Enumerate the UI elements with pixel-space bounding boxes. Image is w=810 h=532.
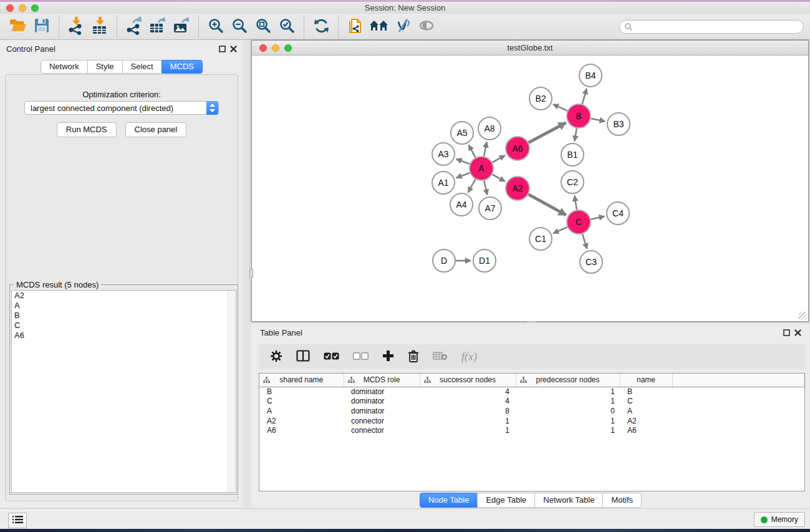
graph-edge-A2-C[interactable]: [529, 195, 566, 215]
export-network-button[interactable]: [122, 16, 146, 38]
table-cell[interactable]: C: [620, 397, 672, 407]
tab-select[interactable]: Select: [122, 60, 162, 74]
graph-edge-C-C1[interactable]: [553, 227, 567, 233]
table-cell[interactable]: A: [620, 406, 672, 416]
graph-node-D1[interactable]: D1: [473, 249, 496, 272]
tab-network-table[interactable]: Network Table: [534, 493, 603, 508]
graph-node-A1[interactable]: A1: [432, 172, 455, 194]
table-cell[interactable]: connector: [344, 425, 420, 435]
mcds-result-item[interactable]: A2: [12, 291, 236, 301]
tab-edge-table[interactable]: Edge Table: [477, 493, 535, 508]
import-table-button[interactable]: [88, 16, 112, 38]
graph-node-B2[interactable]: B2: [529, 87, 552, 110]
graph-node-B[interactable]: B: [567, 104, 591, 128]
column-header-shared-name[interactable]: shared name: [259, 374, 344, 387]
table-cell[interactable]: 1: [516, 425, 620, 435]
delete-table-button[interactable]: [433, 351, 448, 363]
table-row[interactable]: Cdominator41C: [259, 397, 804, 407]
graph-node-D[interactable]: D: [433, 249, 455, 272]
graph-node-A6[interactable]: A6: [506, 137, 529, 160]
table-cell[interactable]: A2: [620, 416, 672, 426]
graph-node-B3[interactable]: B3: [607, 113, 630, 135]
graph-edge-B-B3[interactable]: [591, 118, 605, 122]
zoom-fit-button[interactable]: [251, 16, 275, 38]
zoom-out-button[interactable]: [228, 16, 251, 38]
memory-button[interactable]: Memory: [754, 512, 805, 527]
run-mcds-button[interactable]: Run MCDS: [57, 122, 117, 137]
export-image-button[interactable]: [170, 16, 193, 38]
search-input[interactable]: [619, 20, 804, 34]
graph-node-C4[interactable]: C4: [607, 202, 629, 225]
graph-node-B1[interactable]: B1: [561, 143, 584, 166]
mcds-result-item[interactable]: A6: [12, 331, 236, 341]
float-table-panel-icon[interactable]: [783, 329, 790, 336]
graph-edge-A-A6[interactable]: [493, 155, 505, 162]
graph-node-C3[interactable]: C3: [580, 251, 602, 273]
table-cell[interactable]: A6: [620, 425, 672, 435]
zoom-selected-button[interactable]: [275, 16, 299, 38]
table-cell[interactable]: A6: [259, 425, 344, 435]
add-column-button[interactable]: [382, 350, 394, 364]
network-window-titlebar[interactable]: testGlobe.txt: [252, 41, 808, 56]
graph-node-A5[interactable]: A5: [451, 122, 473, 144]
graph-node-A[interactable]: A: [470, 157, 493, 180]
table-cell[interactable]: dominator: [344, 397, 420, 407]
graph-edge-A6-B[interactable]: [529, 123, 566, 143]
result-scrollbar[interactable]: [228, 291, 236, 492]
save-session-button[interactable]: [30, 16, 54, 38]
table-cell[interactable]: 1: [420, 416, 516, 426]
function-builder-button[interactable]: f(x): [461, 351, 477, 364]
import-network-button[interactable]: [64, 16, 88, 38]
graph-edge-A-A7[interactable]: [484, 181, 487, 195]
close-panel-button[interactable]: Close panel: [125, 122, 187, 137]
graph-edge-C-C3[interactable]: [582, 234, 587, 249]
graph-node-C2[interactable]: C2: [561, 171, 584, 193]
toggle-graphics-details-button[interactable]: [391, 16, 415, 38]
graph-edge-A-A2[interactable]: [493, 175, 505, 181]
graph-node-A8[interactable]: A8: [478, 117, 501, 140]
deselect-all-button[interactable]: [353, 352, 369, 362]
graph-node-C1[interactable]: C1: [529, 228, 552, 250]
criterion-select[interactable]: largest connected component (directed): [24, 101, 219, 115]
table-cell[interactable]: 1: [516, 416, 620, 426]
close-table-panel-icon[interactable]: [794, 329, 801, 336]
float-panel-icon[interactable]: [219, 46, 226, 52]
tab-style[interactable]: Style: [87, 60, 123, 74]
graph-node-A7[interactable]: A7: [479, 197, 501, 220]
table-cell[interactable]: 1: [420, 425, 516, 435]
graph-node-A4[interactable]: A4: [450, 193, 473, 216]
mcds-result-item[interactable]: B: [12, 311, 236, 321]
table-cell[interactable]: 0: [516, 406, 620, 416]
table-cell[interactable]: dominator: [344, 406, 420, 416]
settings-button[interactable]: [270, 350, 282, 364]
column-header-mcds-role[interactable]: MCDS role: [344, 374, 420, 387]
graph-edge-A-A8[interactable]: [484, 142, 487, 157]
network-canvas[interactable]: B4B2BB3A5A8A6A3B1AA1C2A2A4A7C4CC1DD1C3: [252, 56, 808, 321]
splitter-grip[interactable]: [249, 269, 253, 278]
table-cell[interactable]: 1: [516, 387, 620, 397]
graph-node-A2[interactable]: A2: [506, 177, 529, 200]
mcds-result-item[interactable]: C: [12, 321, 236, 331]
column-header-predecessor-nodes[interactable]: predecessor nodes: [516, 374, 620, 387]
select-all-button[interactable]: [324, 352, 339, 362]
open-file-button[interactable]: [6, 16, 30, 38]
graph-edge-C-C4[interactable]: [591, 216, 605, 220]
graph-node-C[interactable]: C: [567, 210, 591, 234]
mcds-result-item[interactable]: A: [12, 301, 236, 311]
tab-motifs[interactable]: Motifs: [602, 493, 642, 508]
table-row[interactable]: Adominator80A: [259, 406, 804, 416]
tab-node-table[interactable]: Node Table: [420, 493, 478, 508]
table-cell[interactable]: C: [259, 397, 344, 407]
table-cell[interactable]: A: [259, 406, 344, 416]
table-row[interactable]: A2connector11A2: [259, 416, 804, 426]
delete-column-button[interactable]: [408, 350, 419, 364]
graph-edge-A-A3[interactable]: [456, 159, 470, 164]
table-cell[interactable]: A2: [259, 416, 344, 426]
graph-edge-C-C2[interactable]: [574, 196, 577, 210]
graph-edge-B-B1[interactable]: [575, 128, 577, 142]
tab-network[interactable]: Network: [41, 60, 88, 74]
graph-edge-A-A4[interactable]: [468, 180, 476, 193]
table-cell[interactable]: connector: [344, 416, 420, 426]
graph-edge-A-A5[interactable]: [469, 145, 476, 157]
table-cell[interactable]: 4: [420, 387, 516, 397]
